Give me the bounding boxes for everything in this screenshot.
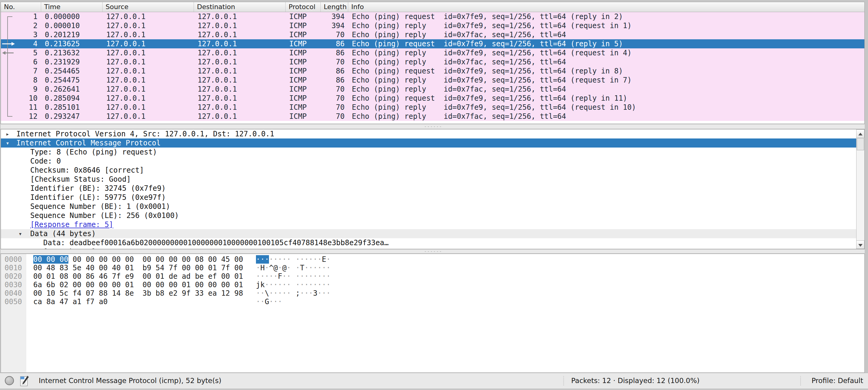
- cell-time: 0.231929: [41, 58, 102, 66]
- detail-row[interactable]: Checksum: 0x8646 [correct]: [1, 166, 856, 175]
- ascii-bytes[interactable]: ······E·: [296, 255, 331, 264]
- cell-length: 86: [321, 66, 348, 75]
- packet-row-9[interactable]: 90.262641127.0.0.1127.0.0.1ICMP70Echo (p…: [1, 85, 864, 94]
- splitter-grip-icon: [424, 251, 441, 252]
- ascii-bytes[interactable]: ·H·^@·@·: [256, 264, 291, 272]
- detail-row[interactable]: [Checksum Status: Good]: [1, 175, 856, 184]
- collapse-arrow-icon[interactable]: ▾: [19, 229, 22, 238]
- detail-rows: ▸Internet Protocol Version 4, Src: 127.0…: [1, 129, 856, 249]
- cell-destination: 127.0.0.1: [194, 94, 286, 103]
- detail-row[interactable]: ▸Internet Protocol Version 4, Src: 127.0…: [1, 129, 856, 138]
- column-header-info[interactable]: Info: [348, 2, 864, 12]
- column-header-time[interactable]: Time: [41, 2, 102, 12]
- cell-no: 4: [1, 39, 41, 48]
- packet-row-12[interactable]: 120.293247127.0.0.1127.0.0.1ICMP70Echo (…: [1, 112, 864, 121]
- packet-row-5[interactable]: 50.213632127.0.0.1127.0.0.1ICMP86Echo (p…: [1, 48, 864, 58]
- detail-row[interactable]: Identifier (LE): 59775 (0xe97f): [1, 193, 856, 202]
- hex-bytes[interactable]: 00 01 de ad be ef 00 01: [143, 272, 243, 281]
- packet-row-2[interactable]: 20.000010127.0.0.1127.0.0.1ICMP394Echo (…: [1, 21, 864, 30]
- column-header-destination[interactable]: Destination: [194, 2, 286, 12]
- hex-bytes[interactable]: 00 10 5c f4 07 88 14 8e: [33, 289, 134, 297]
- cell-source: 127.0.0.1: [102, 48, 194, 58]
- cell-info: Echo (ping) reply id=0x7fac, seq=1/256, …: [348, 112, 864, 121]
- scroll-up-button[interactable]: [857, 129, 864, 138]
- detail-row-label: Internet Protocol Version 4, Src: 127.0.…: [16, 130, 274, 138]
- hex-bytes[interactable]: 00 01 08 00 86 46 7f e9: [33, 272, 134, 281]
- cell-source: 127.0.0.1: [102, 30, 194, 39]
- ascii-bytes[interactable]: ········: [296, 281, 331, 289]
- hex-row-0010[interactable]: 001000 48 83 5e 40 00 40 01b9 54 7f 00 0…: [1, 264, 864, 272]
- hex-row-0020[interactable]: 002000 01 08 00 86 46 7f e900 01 de ad b…: [1, 272, 864, 281]
- column-header-length[interactable]: Length: [321, 2, 348, 12]
- packet-detail-pane: ▸Internet Protocol Version 4, Src: 127.0…: [1, 129, 865, 249]
- cell-info: Echo (ping) reply id=0x7fe9, seq=1/256, …: [348, 48, 864, 58]
- expand-arrow-icon[interactable]: ▸: [6, 129, 9, 138]
- detail-row[interactable]: Identifier (BE): 32745 (0x7fe9): [1, 184, 856, 193]
- ascii-bytes[interactable]: jk······: [256, 281, 291, 289]
- cell-length: 394: [321, 12, 348, 21]
- ascii-bytes[interactable]: ··G···: [256, 297, 282, 306]
- profile-selector[interactable]: Profile: Default: [811, 373, 863, 389]
- ascii-bytes[interactable]: ··\·····: [256, 289, 291, 297]
- hex-row-0040[interactable]: 004000 10 5c f4 07 88 14 8e3b b8 e2 9f 3…: [1, 289, 864, 297]
- detail-hex-splitter[interactable]: [1, 249, 865, 254]
- cell-protocol: ICMP: [286, 112, 321, 121]
- ascii-bytes[interactable]: ·T······: [296, 264, 331, 272]
- packet-row-8[interactable]: 80.254475127.0.0.1127.0.0.1ICMP86Echo (p…: [1, 75, 864, 85]
- hex-row-0000[interactable]: 000000 00 00 00 00 00 00 0000 00 00 00 0…: [1, 255, 864, 264]
- detail-row[interactable]: Type: 8 (Echo (ping) request): [1, 148, 856, 157]
- collapse-arrow-icon[interactable]: ▾: [6, 138, 9, 148]
- packet-row-3[interactable]: 30.201219127.0.0.1127.0.0.1ICMP70Echo (p…: [1, 30, 864, 39]
- column-header-no[interactable]: No.: [1, 2, 41, 12]
- detail-row[interactable]: ▾Internet Control Message Protocol: [1, 138, 856, 148]
- ascii-bytes[interactable]: ········: [296, 272, 331, 281]
- hex-bytes[interactable]: 6a 6b 02 00 00 00 00 01: [33, 281, 134, 289]
- detail-row[interactable]: Code: 0: [1, 157, 856, 166]
- cell-protocol: ICMP: [286, 58, 321, 66]
- ascii-bytes[interactable]: ········: [256, 255, 291, 264]
- detail-row[interactable]: Sequence Number (LE): 256 (0x0100): [1, 211, 856, 220]
- detail-row[interactable]: Data: deadbeef00016a6b020000000001000000…: [1, 238, 856, 247]
- packet-row-4[interactable]: 40.213625127.0.0.1127.0.0.1ICMP86Echo (p…: [1, 39, 864, 48]
- detail-scrollbar[interactable]: [856, 129, 864, 249]
- packet-row-10[interactable]: 100.285094127.0.0.1127.0.0.1ICMP70Echo (…: [1, 94, 864, 103]
- ascii-bytes[interactable]: ·····F··: [256, 272, 291, 281]
- cell-protocol: ICMP: [286, 30, 321, 39]
- ascii-bytes[interactable]: ;···3···: [296, 289, 331, 297]
- hex-bytes[interactable]: 3b b8 e2 9f 33 ea 12 98: [143, 289, 243, 297]
- column-header-protocol[interactable]: Protocol: [286, 2, 321, 12]
- cell-length: 70: [321, 58, 348, 66]
- cell-length: 86: [321, 48, 348, 58]
- cell-no: 10: [1, 94, 41, 103]
- cell-destination: 127.0.0.1: [194, 21, 286, 30]
- detail-row-label: [Response frame: 5]: [30, 220, 114, 229]
- detail-row-label: Type: 8 (Echo (ping) request): [30, 148, 157, 156]
- scroll-down-button[interactable]: [857, 240, 864, 249]
- packet-row-7[interactable]: 70.254465127.0.0.1127.0.0.1ICMP86Echo (p…: [1, 66, 864, 75]
- hex-row-0030[interactable]: 00306a 6b 02 00 00 00 00 0100 00 00 01 0…: [1, 281, 864, 289]
- packet-list-pane: No.TimeSourceDestinationProtocolLengthIn…: [1, 2, 865, 124]
- capture-comment-icon[interactable]: [20, 376, 29, 386]
- cell-destination: 127.0.0.1: [194, 12, 286, 21]
- hex-bytes[interactable]: 00 48 83 5e 40 00 40 01: [33, 264, 134, 272]
- column-header-source[interactable]: Source: [102, 2, 194, 12]
- detail-row[interactable]: Sequence Number (BE): 1 (0x0001): [1, 202, 856, 211]
- expert-info-icon[interactable]: [5, 376, 14, 385]
- packet-row-11[interactable]: 110.285101127.0.0.1127.0.0.1ICMP70Echo (…: [1, 103, 864, 112]
- cell-time: 0.000000: [41, 12, 102, 21]
- list-detail-splitter[interactable]: [1, 124, 865, 129]
- hex-bytes[interactable]: ca 8a 47 a1 f7 a0: [33, 297, 108, 306]
- scrollbar-thumb[interactable]: [857, 138, 864, 150]
- detail-row[interactable]: ▾Data (44 bytes): [1, 229, 856, 238]
- hex-bytes[interactable]: 00 00 00 01 00 00 00 01: [143, 281, 243, 289]
- cell-no: 12: [1, 112, 41, 121]
- hex-bytes[interactable]: b9 54 7f 00 00 01 7f 00: [143, 264, 243, 272]
- detail-row-label: Sequence Number (LE): 256 (0x0100): [30, 211, 179, 220]
- packet-row-6[interactable]: 60.231929127.0.0.1127.0.0.1ICMP70Echo (p…: [1, 58, 864, 66]
- hex-row-0050[interactable]: 0050ca 8a 47 a1 f7 a0··G···: [1, 297, 864, 306]
- detail-row[interactable]: [Response frame: 5]: [1, 220, 856, 229]
- cell-source: 127.0.0.1: [102, 12, 194, 21]
- hex-bytes[interactable]: 00 00 00 00 08 00 45 00: [143, 255, 243, 264]
- packet-row-1[interactable]: 10.000000127.0.0.1127.0.0.1ICMP394Echo (…: [1, 12, 864, 21]
- hex-bytes[interactable]: 00 00 00 00 00 00 00 00: [33, 255, 134, 264]
